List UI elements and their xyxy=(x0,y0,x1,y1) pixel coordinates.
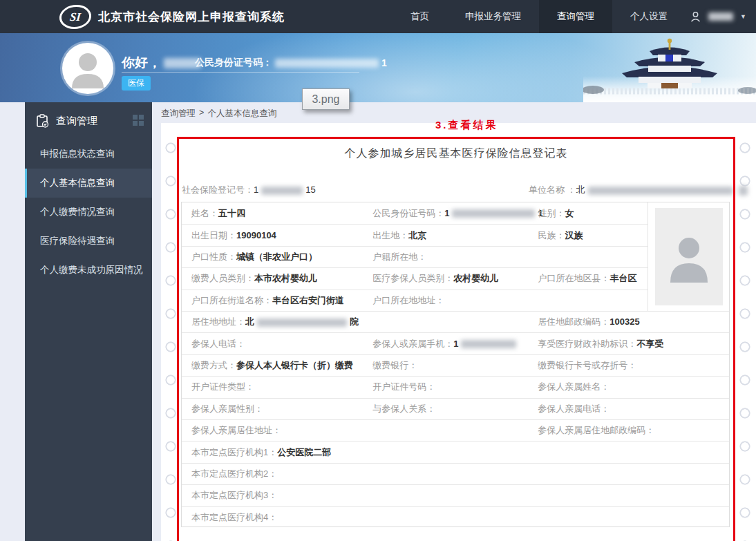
field-label: 参保人亲属电话： xyxy=(538,404,609,414)
field-value: 女 xyxy=(565,208,574,218)
breadcrumb-personal-basic-info-query[interactable]: 个人基本信息查询 xyxy=(207,108,276,120)
redacted-char xyxy=(739,186,748,196)
table-row: 开户证件类型： 开户证件号码： 参保人亲属姓名： xyxy=(182,376,729,397)
photo-placeholder xyxy=(655,208,723,305)
top-navbar: SI 北京市社会保险网上申报查询系统 首页 申报业务管理 查询管理 个人设置 ▼ xyxy=(0,0,756,33)
field-label: 参保人电话： xyxy=(191,339,245,349)
field-label: 参保人或亲属手机： xyxy=(372,339,453,349)
field-label: 户口所在街道名称： xyxy=(191,295,272,305)
field-value: 城镇（非农业户口） xyxy=(236,251,317,262)
table-row: 出生日期：19090104 出生地：北京 民族：汉族 xyxy=(182,224,648,245)
field-label: 户口所在地区县： xyxy=(538,273,609,283)
field-label: 社会保险登记号： xyxy=(182,184,254,195)
table-section-with-photo: 姓名：五十四 公民身份证号码：11 性别：女 出生日期：19090104 出生地… xyxy=(182,202,729,311)
nav-item-home[interactable]: 首页 xyxy=(393,0,447,33)
field-value: 公安医院二部 xyxy=(277,447,331,457)
field-label: 与参保人关系： xyxy=(372,404,435,414)
app-logo[interactable]: SI 北京市社会保险网上申报查询系统 xyxy=(59,0,285,33)
nav-item-query-management[interactable]: 查询管理 xyxy=(539,0,612,33)
user-icon xyxy=(690,11,701,23)
registration-row: 社会保险登记号：115 单位名称 ：北 xyxy=(182,184,741,196)
avatar xyxy=(62,43,113,94)
sidebar: 查询管理 申报信息状态查询 个人基本信息查询 个人缴费情况查询 医疗保险待遇查询… xyxy=(25,102,152,541)
nav-item-personal-settings[interactable]: 个人设置 xyxy=(612,0,686,33)
sidebar-item-declaration-status-query[interactable]: 申报信息状态查询 xyxy=(25,140,152,169)
annotation-step-label: 3.查看结果 xyxy=(435,119,498,132)
temple-of-heaven-image xyxy=(583,33,756,102)
field-label: 出生日期： xyxy=(191,230,236,240)
field-value: 本市农村婴幼儿 xyxy=(254,273,317,283)
field-label: 参保人亲属性别： xyxy=(191,404,263,414)
field-value: 丰台区右安门街道 xyxy=(272,295,344,305)
field-value: 农村婴幼儿 xyxy=(453,273,498,283)
grid-menu-icon[interactable] xyxy=(133,115,144,126)
breadcrumb-separator: > xyxy=(199,108,204,120)
breadcrumb-query-management[interactable]: 查询管理 xyxy=(161,108,196,120)
field-value: 五十四 xyxy=(218,208,245,218)
field-value: 不享受 xyxy=(636,339,663,349)
table-row: 参保人电话： 参保人或亲属手机：1 享受医疗财政补助标识：不享受 xyxy=(182,332,729,354)
table-section-full: 居住地地址：北院 居住地邮政编码：100325 参保人电话： 参保人或亲属手机：… xyxy=(182,311,729,528)
redacted-text xyxy=(452,209,535,218)
redacted-text xyxy=(461,340,516,348)
table-row: 户口所在街道名称：丰台区右安门街道 户口所在地地址： xyxy=(182,290,648,311)
sidebar-header-query-management[interactable]: 查询管理 xyxy=(25,102,152,140)
field-label: 缴费银行卡号或存折号： xyxy=(538,360,636,370)
field-label: 本市定点医疗机构4： xyxy=(191,512,277,522)
field-label: 户籍所在地： xyxy=(372,251,426,262)
si-logo-icon: SI xyxy=(58,5,93,29)
field-label: 单位名称 ： xyxy=(529,184,576,195)
id-number-redacted xyxy=(275,59,379,68)
field-label: 居住地地址： xyxy=(191,316,245,327)
field-label: 缴费方式： xyxy=(191,360,236,370)
field-label: 开户证件号码： xyxy=(372,381,435,392)
chevron-down-icon: ▼ xyxy=(740,13,746,20)
field-value: 参保人本人银行卡（折）缴费 xyxy=(236,360,353,370)
field-label: 参保人亲属姓名： xyxy=(538,381,609,392)
sidebar-item-personal-basic-info-query[interactable]: 个人基本信息查询 xyxy=(25,169,152,198)
field-label: 本市定点医疗机构3： xyxy=(191,490,277,500)
field-label: 本市定点医疗机构1： xyxy=(191,447,277,457)
field-value: 100325 xyxy=(609,316,639,327)
table-row: 户口性质：城镇（非农业户口） 户籍所在地： xyxy=(182,246,648,267)
nav-item-declaration-management[interactable]: 申报业务管理 xyxy=(447,0,539,33)
registration-form-table: 姓名：五十四 公民身份证号码：11 性别：女 出生日期：19090104 出生地… xyxy=(181,202,730,527)
table-row: 缴费方式：参保人本人银行卡（折）缴费 缴费银行： 缴费银行卡号或存折号： xyxy=(182,354,729,376)
sidebar-item-medical-benefit-query[interactable]: 医疗保险待遇查询 xyxy=(25,227,152,256)
field-label: 户口所在地地址： xyxy=(372,295,444,305)
table-row: 本市定点医疗机构4： xyxy=(182,506,729,528)
main-nav: 首页 申报业务管理 查询管理 个人设置 xyxy=(393,0,686,33)
sidebar-header-label: 查询管理 xyxy=(56,115,97,128)
field-label: 出生地： xyxy=(372,230,408,240)
form-title: 个人参加城乡居民基本医疗保险信息登记表 xyxy=(180,146,733,161)
field-label: 享受医疗财政补助标识： xyxy=(538,339,636,349)
table-row: 本市定点医疗机构1：公安医院二部 xyxy=(182,441,729,462)
field-label: 缴费人员类别： xyxy=(191,273,254,283)
decor-rings-left xyxy=(165,131,176,541)
user-menu[interactable]: ▼ xyxy=(684,0,752,33)
clipboard-check-icon xyxy=(36,114,49,128)
table-row: 居住地地址：北院 居住地邮政编码：100325 xyxy=(182,311,729,332)
app-title: 北京市社会保险网上申报查询系统 xyxy=(98,9,285,25)
photo-cell xyxy=(648,202,729,311)
field-value: 丰台区 xyxy=(609,273,636,283)
sidebar-item-personal-payment-query[interactable]: 个人缴费情况查询 xyxy=(25,198,152,227)
sidebar-item-payment-failure-reason[interactable]: 个人缴费未成功原因情况 xyxy=(25,256,152,285)
field-label: 缴费银行： xyxy=(372,360,417,370)
field-label: 参保人亲属居住地邮政编码： xyxy=(538,425,654,435)
field-label: 参保人亲属居住地址： xyxy=(191,425,281,435)
table-row: 缴费人员类别：本市农村婴幼儿 医疗参保人员类别：农村婴幼儿 户口所在地区县：丰台… xyxy=(182,267,648,289)
drag-file-tooltip: 3.png xyxy=(302,88,350,110)
field-label: 姓名： xyxy=(191,208,218,218)
table-row: 本市定点医疗机构3： xyxy=(182,484,729,506)
field-value: 汉族 xyxy=(565,230,583,240)
citizen-id-line: 公民身份证号码：1 xyxy=(195,57,387,69)
field-label: 居住地邮政编码： xyxy=(538,316,609,327)
redacted-text xyxy=(261,187,303,195)
field-value: 北京 xyxy=(408,230,426,240)
field-label: 公民身份证号码： xyxy=(372,208,444,218)
field-label: 开户证件类型： xyxy=(191,381,254,392)
breadcrumb: 查询管理 > 个人基本信息查询 xyxy=(161,108,276,120)
field-label: 本市定点医疗机构2： xyxy=(191,468,277,479)
table-row: 参保人亲属性别： 与参保人关系： 参保人亲属电话： xyxy=(182,398,729,419)
